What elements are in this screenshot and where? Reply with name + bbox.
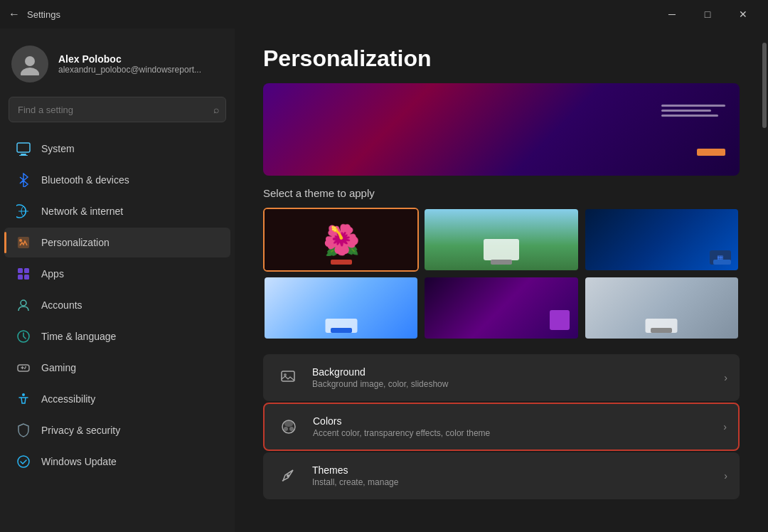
sidebar-item-label-time: Time & language [41, 331, 116, 342]
theme-5-square [550, 310, 570, 330]
svg-point-15 [24, 368, 26, 369]
theme-thumb-4[interactable] [263, 276, 419, 340]
theme-thumb-2[interactable] [423, 208, 579, 272]
theme-4-bar [331, 328, 352, 333]
window-controls: ─ □ ✕ [656, 3, 759, 26]
svg-point-1 [21, 68, 39, 75]
user-profile[interactable]: Alex Poloboc alexandru_poloboc@windowsre… [0, 40, 235, 97]
nav-list: SystemBluetooth & devicesNetwork & inter… [0, 134, 235, 478]
sidebar-item-label-accounts: Accounts [41, 299, 82, 311]
user-name: Alex Poloboc [58, 53, 201, 65]
sidebar-item-label-bluetooth: Bluetooth & devices [41, 174, 129, 186]
scrollbar-thumb [762, 43, 767, 128]
svg-point-0 [25, 56, 35, 66]
svg-rect-3 [21, 154, 26, 155]
close-button[interactable]: ✕ [727, 3, 759, 26]
titlebar: ← Settings ─ □ ✕ [0, 0, 768, 28]
page-title: Personalization [263, 28, 740, 83]
setting-item-colors[interactable]: ColorsAccent color, transparency effects… [263, 403, 740, 451]
setting-item-themes[interactable]: ThemesInstall, create, manage› [263, 452, 740, 499]
search-icon: ⌕ [213, 104, 219, 115]
accessibility-icon [16, 391, 31, 407]
banner-line-2 [661, 110, 711, 112]
main-content: Personalization Select a theme to apply … [235, 28, 768, 532]
setting-subtitle-colors: Accent color, transparency effects, colo… [313, 428, 712, 438]
svg-point-19 [284, 373, 287, 376]
app-container: Alex Poloboc alexandru_poloboc@windowsre… [0, 28, 768, 532]
sidebar-item-accounts[interactable]: Accounts [4, 290, 230, 320]
theme-thumb-6[interactable] [584, 276, 740, 340]
sidebar-item-bluetooth[interactable]: Bluetooth & devices [4, 165, 230, 195]
search-input[interactable] [9, 97, 226, 122]
user-info: Alex Poloboc alexandru_poloboc@windowsre… [58, 53, 201, 75]
theme-2-bar [491, 260, 512, 265]
sidebar-item-time[interactable]: Time & language [4, 321, 230, 351]
back-icon[interactable]: ← [9, 8, 20, 21]
svg-point-11 [21, 300, 26, 306]
svg-point-14 [25, 366, 26, 368]
sidebar-item-network[interactable]: Network & internet [4, 196, 230, 226]
setting-text-colors: ColorsAccent color, transparency effects… [313, 415, 712, 438]
sidebar-item-privacy[interactable]: Privacy & security [4, 415, 230, 445]
sidebar: Alex Poloboc alexandru_poloboc@windowsre… [0, 28, 235, 532]
svg-point-17 [18, 456, 29, 467]
theme-banner [263, 83, 740, 176]
setting-item-background[interactable]: BackgroundBackground image, color, slide… [263, 354, 740, 401]
svg-point-22 [289, 427, 294, 431]
banner-line-1 [661, 105, 725, 107]
sidebar-item-apps[interactable]: Apps [4, 259, 230, 289]
setting-title-colors: Colors [313, 415, 712, 427]
theme-3-bar [713, 260, 731, 265]
theme-thumb-5[interactable] [423, 276, 579, 340]
sidebar-item-personalization[interactable]: Personalization [4, 228, 230, 257]
accounts-icon [16, 297, 31, 313]
maximize-button[interactable]: □ [691, 3, 724, 26]
svg-rect-7 [18, 268, 23, 273]
sidebar-item-label-system: System [41, 143, 75, 154]
svg-point-23 [287, 474, 289, 477]
sidebar-item-label-accessibility: Accessibility [41, 393, 95, 405]
titlebar-title: Settings [27, 9, 60, 20]
sidebar-item-label-network: Network & internet [41, 206, 123, 217]
svg-point-16 [22, 393, 25, 396]
banner-lines [661, 105, 725, 117]
sidebar-item-windows_update[interactable]: Windows Update [4, 447, 230, 477]
system-icon [16, 141, 31, 156]
minimize-button[interactable]: ─ [656, 3, 688, 26]
theme-thumb-3[interactable]: ▦ [584, 208, 740, 272]
theme-grid: 🌺 ▦ [263, 208, 740, 340]
svg-rect-18 [282, 371, 294, 381]
network-icon [16, 203, 31, 219]
gaming-icon [16, 360, 31, 376]
windows_update-icon [16, 454, 31, 469]
user-email: alexandru_poloboc@windowsreport... [58, 65, 201, 75]
setting-subtitle-background: Background image, color, slideshow [312, 379, 713, 389]
time-icon [16, 329, 31, 344]
setting-subtitle-themes: Install, create, manage [312, 477, 713, 487]
themes-setting-icon [275, 463, 301, 489]
theme-section-label: Select a theme to apply [263, 187, 740, 199]
theme-6-bar [651, 328, 672, 333]
background-setting-icon [275, 365, 301, 390]
scrollbar-track[interactable] [762, 28, 767, 532]
setting-arrow-background: › [724, 372, 727, 383]
sidebar-item-label-apps: Apps [41, 268, 64, 280]
theme-thumb-1[interactable]: 🌺 [263, 208, 419, 272]
setting-title-themes: Themes [312, 464, 713, 476]
settings-list: BackgroundBackground image, color, slide… [263, 354, 740, 499]
search-box: ⌕ [9, 97, 226, 122]
theme-1-bar [331, 260, 352, 265]
avatar [11, 46, 48, 83]
banner-accent [697, 149, 725, 156]
svg-rect-10 [24, 275, 29, 280]
svg-rect-8 [24, 268, 29, 273]
setting-text-background: BackgroundBackground image, color, slide… [312, 366, 713, 389]
sidebar-item-gaming[interactable]: Gaming [4, 353, 230, 383]
sidebar-item-accessibility[interactable]: Accessibility [4, 384, 230, 414]
sidebar-item-system[interactable]: System [4, 134, 230, 164]
colors-setting-icon [276, 414, 302, 440]
svg-rect-9 [18, 275, 23, 280]
sidebar-item-label-privacy: Privacy & security [41, 425, 120, 436]
svg-rect-5 [18, 237, 29, 248]
setting-arrow-themes: › [724, 470, 727, 482]
